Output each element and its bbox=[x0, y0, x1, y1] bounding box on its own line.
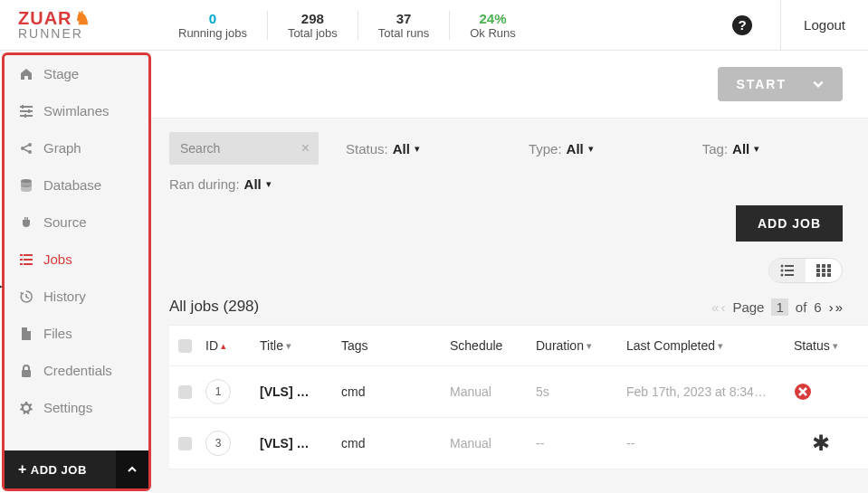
row-duration: 5s bbox=[536, 384, 626, 399]
svg-line-12 bbox=[24, 149, 29, 152]
table-row[interactable]: 3[VLS] …cmdManual----✱ bbox=[169, 418, 868, 469]
sidebar-item-stage[interactable]: Stage bbox=[5, 55, 148, 92]
sidebar-item-credentials[interactable]: Credentials bbox=[5, 352, 148, 389]
col-duration[interactable]: Duration▾ bbox=[536, 338, 626, 353]
row-tags: cmd bbox=[341, 436, 450, 450]
sidebar-collapse-chevron-icon[interactable]: ▸ bbox=[0, 280, 3, 292]
topbar: ZUAR♞ RUNNER 0Running jobs298Total jobs3… bbox=[0, 0, 868, 51]
svg-rect-31 bbox=[822, 269, 825, 272]
row-checkbox[interactable] bbox=[178, 385, 192, 399]
clear-icon[interactable]: × bbox=[301, 140, 310, 156]
chevron-down-icon: ▾ bbox=[266, 178, 272, 190]
sidebar-item-source[interactable]: Source bbox=[5, 204, 148, 241]
stat-value: 298 bbox=[288, 11, 338, 26]
search-input[interactable] bbox=[169, 132, 319, 165]
sidebar-item-label: Settings bbox=[43, 400, 92, 415]
chevron-down-icon: ▾ bbox=[415, 143, 420, 155]
svg-rect-15 bbox=[24, 254, 33, 256]
filter-type[interactable]: Type: All ▾ bbox=[529, 141, 594, 156]
row-title: [VLS] … bbox=[260, 436, 341, 450]
share-icon bbox=[18, 141, 34, 156]
sidebar: ▸ StageSwimlanesGraphDatabaseSourceJobsH… bbox=[2, 52, 151, 491]
page-of: of bbox=[796, 299, 807, 315]
stat-value: 24% bbox=[470, 11, 516, 26]
sidebar-item-history[interactable]: History bbox=[5, 278, 148, 315]
filter-tag[interactable]: Tag: All ▾ bbox=[702, 141, 760, 156]
view-toggle bbox=[768, 258, 843, 283]
sidebar-add-job-button[interactable]: + ADD JOB bbox=[5, 450, 116, 488]
sidebar-item-label: Swimlanes bbox=[43, 103, 110, 119]
chevron-down-icon bbox=[812, 78, 825, 90]
svg-rect-14 bbox=[20, 254, 23, 256]
grid-view-button[interactable] bbox=[806, 259, 842, 282]
sidebar-item-graph[interactable]: Graph bbox=[5, 129, 148, 166]
lock-icon bbox=[18, 364, 34, 378]
status-idle-icon: ✱ bbox=[794, 432, 848, 455]
page-next-icon[interactable]: › bbox=[829, 299, 834, 315]
col-tags[interactable]: Tags bbox=[341, 338, 450, 353]
svg-point-21 bbox=[781, 265, 784, 268]
stat-1: 298Total jobs bbox=[268, 11, 358, 40]
filter-ran-label: Ran during: bbox=[169, 176, 240, 192]
svg-rect-6 bbox=[28, 109, 30, 113]
sidebar-item-swimlanes[interactable]: Swimlanes bbox=[5, 92, 148, 129]
row-id: 1 bbox=[205, 379, 231, 404]
sidebar-item-database[interactable]: Database bbox=[5, 166, 148, 204]
filter-status[interactable]: Status: All ▾ bbox=[346, 141, 420, 156]
page-label: Page bbox=[732, 299, 764, 315]
col-title[interactable]: Title▾ bbox=[260, 338, 341, 353]
filter-ran-value: All bbox=[244, 176, 262, 192]
page-current: 1 bbox=[771, 299, 787, 316]
stat-0: 0Running jobs bbox=[158, 11, 268, 40]
sidebar-item-settings[interactable]: Settings bbox=[5, 389, 148, 426]
status-error-icon bbox=[794, 383, 848, 401]
svg-rect-20 bbox=[22, 370, 31, 377]
logo[interactable]: ZUAR♞ RUNNER bbox=[0, 3, 149, 48]
stat-label: Total jobs bbox=[288, 26, 338, 40]
svg-rect-27 bbox=[816, 264, 820, 268]
stat-label: Ok Runs bbox=[470, 26, 516, 40]
sort-asc-icon: ▴ bbox=[221, 340, 226, 352]
select-all-checkbox[interactable] bbox=[178, 339, 192, 353]
sidebar-item-label: Database bbox=[43, 177, 101, 193]
row-duration: -- bbox=[536, 436, 626, 450]
list-view-button[interactable] bbox=[769, 259, 806, 282]
col-status[interactable]: Status▾ bbox=[794, 338, 848, 353]
help-icon[interactable]: ? bbox=[731, 14, 753, 36]
sidebar-expand-up-button[interactable] bbox=[116, 450, 148, 488]
svg-rect-16 bbox=[20, 259, 23, 261]
table-head: ID▴ Title▾ Tags Schedule Duration▾ Last … bbox=[169, 325, 868, 366]
row-last-completed: -- bbox=[626, 436, 794, 450]
page-last-icon[interactable]: » bbox=[835, 299, 843, 315]
filter-status-value: All bbox=[393, 141, 410, 156]
filter-tag-label: Tag: bbox=[702, 141, 728, 156]
start-button[interactable]: START bbox=[718, 67, 843, 101]
sidebar-item-files[interactable]: Files bbox=[5, 315, 148, 352]
page-prev-icon[interactable]: ‹ bbox=[720, 299, 725, 315]
svg-point-10 bbox=[28, 150, 32, 154]
col-id[interactable]: ID▴ bbox=[205, 338, 260, 353]
chevron-down-icon: ▾ bbox=[754, 143, 759, 155]
add-job-button[interactable]: ADD JOB bbox=[736, 205, 843, 242]
filter-ran-during[interactable]: Ran during: All ▾ bbox=[169, 176, 272, 192]
svg-rect-5 bbox=[22, 105, 24, 109]
chevron-down-icon: ▾ bbox=[718, 340, 723, 352]
col-schedule[interactable]: Schedule bbox=[450, 338, 536, 353]
chevron-down-icon: ▾ bbox=[588, 143, 594, 155]
svg-rect-26 bbox=[785, 274, 794, 276]
filter-tag-value: All bbox=[732, 141, 749, 156]
table-row[interactable]: 1[VLS] …cmdManual5sFeb 17th, 2023 at 8:3… bbox=[169, 366, 868, 418]
list-icon bbox=[18, 252, 34, 267]
stats-bar: 0Running jobs298Total jobs37Total runs24… bbox=[149, 11, 731, 40]
sidebar-item-label: Files bbox=[43, 326, 72, 341]
col-last-completed[interactable]: Last Completed▾ bbox=[626, 338, 794, 353]
svg-text:?: ? bbox=[739, 17, 747, 33]
page-first-icon[interactable]: « bbox=[711, 299, 719, 315]
sidebar-item-label: Source bbox=[43, 214, 87, 230]
svg-rect-24 bbox=[785, 270, 794, 271]
row-checkbox[interactable] bbox=[178, 437, 192, 450]
stat-label: Running jobs bbox=[178, 26, 247, 40]
sidebar-item-jobs[interactable]: Jobs bbox=[5, 241, 148, 278]
logout-link[interactable]: Logout bbox=[780, 0, 868, 51]
svg-rect-33 bbox=[816, 273, 820, 277]
